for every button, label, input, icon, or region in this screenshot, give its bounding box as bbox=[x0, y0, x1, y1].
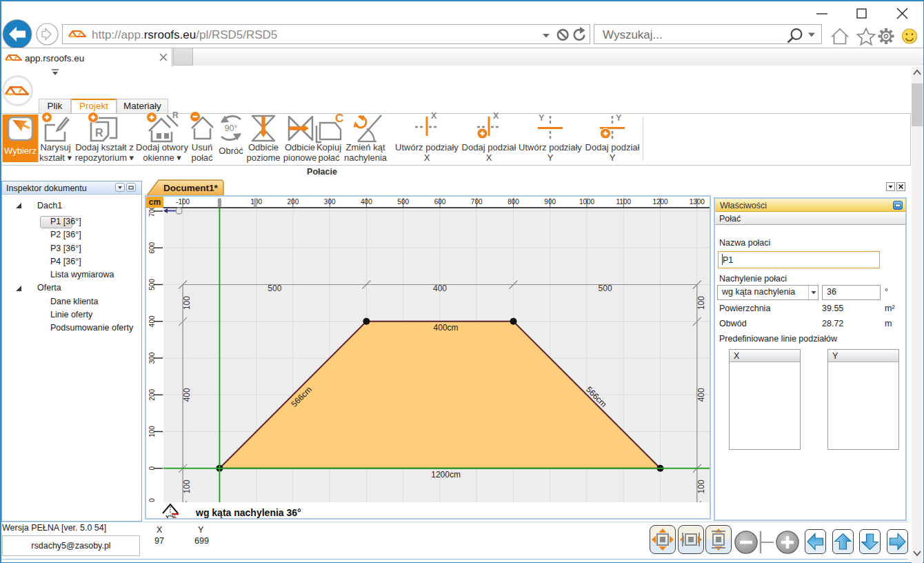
svg-text:400cm: 400cm bbox=[434, 323, 459, 333]
svg-text:R: R bbox=[172, 110, 179, 120]
svg-text:C: C bbox=[335, 112, 343, 125]
svg-text:600: 600 bbox=[148, 241, 156, 253]
svg-text:700: 700 bbox=[471, 198, 483, 206]
svg-text:400: 400 bbox=[148, 315, 156, 327]
svg-text:1300: 1300 bbox=[690, 198, 705, 206]
svg-text:400: 400 bbox=[182, 388, 192, 402]
svg-text:300: 300 bbox=[148, 352, 156, 364]
svg-text:X: X bbox=[431, 111, 437, 121]
svg-text:0: 0 bbox=[148, 466, 156, 471]
svg-text:90°: 90° bbox=[225, 124, 238, 133]
svg-text:300: 300 bbox=[324, 198, 336, 206]
svg-text:400: 400 bbox=[361, 198, 372, 206]
svg-text:900: 900 bbox=[544, 198, 556, 206]
svg-text:X: X bbox=[493, 111, 499, 121]
svg-text:1100: 1100 bbox=[616, 198, 632, 206]
svg-text:400: 400 bbox=[696, 388, 706, 402]
svg-text:100: 100 bbox=[148, 426, 156, 437]
svg-text:1200: 1200 bbox=[652, 198, 668, 206]
svg-text:Y: Y bbox=[616, 113, 622, 123]
svg-text:cm: cm bbox=[149, 197, 161, 207]
svg-text:1000: 1000 bbox=[579, 198, 595, 206]
svg-text:800: 800 bbox=[508, 198, 519, 206]
svg-text:Y: Y bbox=[539, 113, 545, 123]
svg-text:-100: -100 bbox=[176, 198, 190, 206]
svg-text:100: 100 bbox=[696, 296, 706, 310]
svg-text:600: 600 bbox=[434, 198, 446, 206]
svg-text:200: 200 bbox=[288, 198, 299, 206]
svg-text:wg kąta nachylenia 36°: wg kąta nachylenia 36° bbox=[195, 507, 301, 518]
svg-text:200: 200 bbox=[148, 389, 156, 401]
svg-text:R: R bbox=[95, 127, 103, 139]
svg-text:500: 500 bbox=[599, 284, 612, 293]
svg-text:500: 500 bbox=[268, 284, 281, 293]
svg-text:100: 100 bbox=[696, 480, 706, 493]
svg-text:500: 500 bbox=[397, 198, 409, 206]
svg-text:1200cm: 1200cm bbox=[431, 470, 461, 480]
svg-text:100: 100 bbox=[182, 480, 192, 493]
svg-text:500: 500 bbox=[148, 279, 156, 290]
svg-text:100: 100 bbox=[182, 296, 192, 310]
svg-text:400: 400 bbox=[433, 284, 447, 293]
